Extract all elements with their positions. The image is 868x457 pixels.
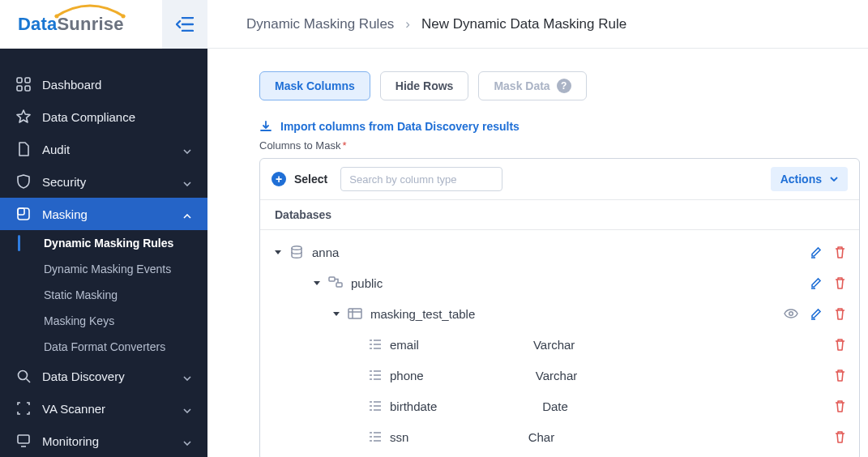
breadcrumb-current: New Dynamic Data Masking Rule	[421, 16, 626, 32]
subnav-dynamic-masking-events[interactable]: Dynamic Masking Events	[0, 256, 207, 282]
sidebar-item-data-compliance[interactable]: Data Compliance	[0, 100, 207, 133]
tab-hide-rows[interactable]: Hide Rows	[380, 71, 469, 100]
sunrise-swoosh-icon	[53, 4, 126, 19]
tab-mask-data[interactable]: Mask Data ?	[478, 71, 586, 100]
select-label[interactable]: Select	[294, 173, 327, 186]
subnav-label: Masking Keys	[44, 314, 114, 327]
tab-label: Hide Rows	[396, 79, 454, 92]
actions-menu[interactable]: Actions	[771, 167, 848, 191]
sidebar-item-label: Monitoring	[42, 434, 99, 448]
column-name: phone	[390, 369, 424, 382]
svg-point-10	[292, 246, 301, 250]
sidebar-item-label: VA Scanner	[42, 402, 105, 416]
trash-icon[interactable]	[834, 276, 846, 289]
sidebar-item-va-scanner[interactable]: VA Scanner	[0, 392, 207, 425]
caret-icon	[314, 281, 320, 285]
svg-rect-9	[18, 435, 29, 443]
sidebar-item-label: Masking	[42, 207, 88, 221]
star-icon	[16, 109, 31, 124]
schema-name: public	[351, 276, 383, 290]
chevron-down-icon	[183, 402, 191, 416]
svg-point-8	[19, 371, 28, 380]
edit-icon[interactable]	[810, 246, 823, 258]
sidebar-item-label: Security	[42, 175, 86, 189]
sidebar: Dashboard Data Compliance Audit Security	[0, 49, 207, 457]
row-column[interactable]: email Varchar	[260, 329, 859, 360]
tab-mask-columns[interactable]: Mask Columns	[259, 71, 370, 100]
trash-icon[interactable]	[834, 307, 846, 320]
sidebar-item-audit[interactable]: Audit	[0, 133, 207, 165]
sidebar-collapse-button[interactable]	[162, 0, 207, 49]
trash-icon[interactable]	[834, 369, 846, 382]
trash-icon[interactable]	[834, 246, 846, 258]
database-name: anna	[312, 246, 339, 259]
svg-rect-12	[336, 283, 342, 287]
row-schema[interactable]: public	[260, 267, 859, 298]
mask-icon	[16, 207, 31, 221]
subnav-masking-keys[interactable]: Masking Keys	[0, 308, 207, 334]
tab-label: Mask Columns	[275, 79, 355, 92]
sidebar-item-masking[interactable]: Masking	[0, 198, 207, 230]
caret-icon	[333, 312, 340, 316]
column-type: Char	[528, 430, 715, 444]
sidebar-item-dashboard[interactable]: Dashboard	[0, 68, 207, 100]
import-columns-link[interactable]: Import columns from Data Discovery resul…	[259, 120, 860, 133]
search-input[interactable]	[340, 167, 502, 191]
import-text: Import columns from Data Discovery resul…	[280, 120, 520, 133]
svg-point-1	[122, 14, 126, 18]
table-name: masking_test_table	[370, 307, 475, 321]
column-type: Date	[542, 399, 729, 413]
svg-rect-11	[329, 277, 335, 281]
actions-label: Actions	[780, 173, 822, 186]
sidebar-item-data-discovery[interactable]: Data Discovery	[0, 360, 207, 392]
help-icon[interactable]: ?	[557, 79, 571, 93]
scan-icon	[16, 401, 31, 416]
chevron-down-icon	[183, 434, 191, 448]
svg-rect-3	[25, 78, 30, 83]
caret-icon	[275, 250, 281, 254]
svg-point-14	[789, 312, 793, 316]
sidebar-item-security[interactable]: Security	[0, 165, 207, 198]
breadcrumb: Dynamic Masking Rules › New Dynamic Data…	[207, 16, 626, 32]
monitor-icon	[16, 434, 31, 448]
chevron-down-icon	[183, 369, 191, 383]
subnav-label: Dynamic Masking Events	[44, 263, 171, 275]
edit-icon[interactable]	[810, 276, 823, 289]
breadcrumb-separator: ›	[405, 16, 410, 32]
trash-icon[interactable]	[834, 399, 846, 412]
column-icon	[369, 369, 382, 381]
column-icon	[369, 400, 382, 412]
trash-icon[interactable]	[834, 338, 846, 351]
trash-icon[interactable]	[834, 430, 846, 443]
search-icon	[16, 369, 31, 383]
subnav-static-masking[interactable]: Static Masking	[0, 282, 207, 308]
column-type: Varchar	[533, 338, 720, 352]
add-column-button[interactable]: +	[272, 172, 286, 186]
panel-header: Databases	[260, 200, 859, 230]
row-column[interactable]: ssn Char	[260, 421, 859, 452]
svg-rect-13	[348, 309, 361, 318]
database-icon	[289, 245, 304, 259]
row-database[interactable]: anna	[260, 237, 859, 267]
columns-to-mask-label: Columns to Mask*	[259, 139, 860, 152]
chevron-down-icon	[830, 177, 838, 182]
row-column[interactable]: phone Varchar	[260, 360, 859, 391]
chevron-up-icon	[183, 207, 191, 221]
column-icon	[369, 339, 382, 350]
brand-logo[interactable]: DataSunrise	[0, 0, 162, 49]
tab-label: Mask Data	[494, 79, 549, 92]
subnav-data-format-converters[interactable]: Data Format Converters	[0, 334, 207, 360]
subnav-dynamic-masking-rules[interactable]: Dynamic Masking Rules	[0, 230, 207, 256]
eye-icon[interactable]	[784, 309, 798, 318]
sidebar-item-monitoring[interactable]: Monitoring	[0, 425, 207, 457]
chevron-down-icon	[183, 143, 191, 156]
column-name: email	[390, 338, 419, 352]
sidebar-item-label: Dashboard	[42, 78, 101, 92]
chevron-down-icon	[183, 175, 191, 189]
row-table[interactable]: masking_test_table	[260, 298, 859, 329]
column-name: birthdate	[390, 399, 437, 413]
page-icon	[16, 142, 31, 156]
breadcrumb-parent[interactable]: Dynamic Masking Rules	[246, 16, 394, 32]
edit-icon[interactable]	[810, 307, 823, 320]
row-column[interactable]: birthdate Date	[260, 391, 859, 421]
